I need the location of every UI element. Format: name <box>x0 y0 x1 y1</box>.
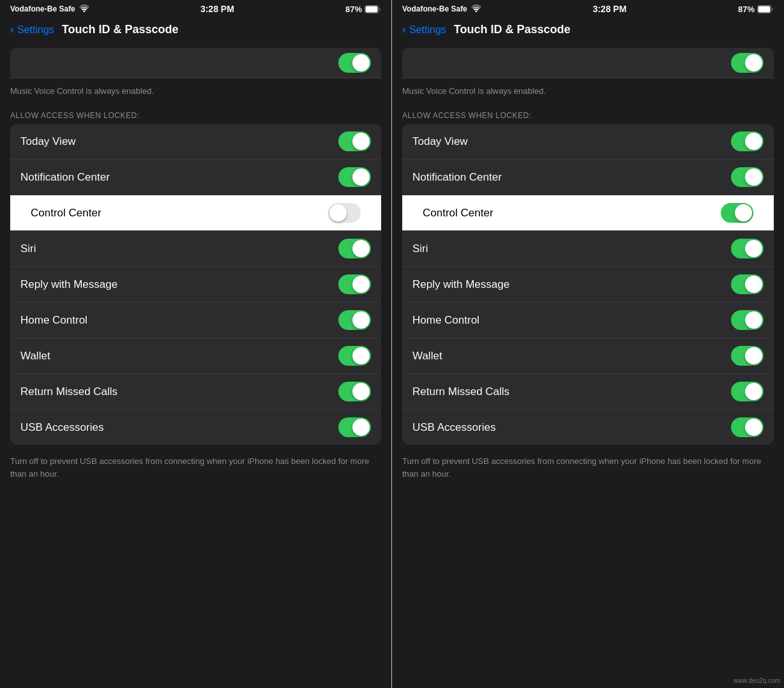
row-label: USB Accessories <box>412 421 495 434</box>
settings-row-home-control[interactable]: Home Control <box>10 303 381 338</box>
battery-text: 87% <box>345 4 362 14</box>
settings-row-usb-accessories[interactable]: USB Accessories <box>402 410 774 445</box>
settings-row-notification-center[interactable]: Notification Center <box>10 160 381 195</box>
section-header: ALLOW ACCESS WHEN LOCKED: <box>0 100 391 124</box>
chevron-left-icon: ‹ <box>402 23 406 36</box>
settings-row-return-missed-calls[interactable]: Return Missed Calls <box>10 374 381 410</box>
toggle-notification-center[interactable] <box>338 167 371 187</box>
toggle-return-missed-calls[interactable] <box>731 382 764 401</box>
row-label: Today View <box>20 135 76 148</box>
toggle-reply-with-message[interactable] <box>731 274 764 294</box>
footer-note: Turn off to prevent USB accessories from… <box>0 455 391 490</box>
section-header: ALLOW ACCESS WHEN LOCKED: <box>392 100 784 124</box>
settings-row-reply-with-message[interactable]: Reply with Message <box>402 267 774 303</box>
settings-content: Music Voice Control is always enabled.AL… <box>392 43 784 688</box>
status-right: 87% <box>738 4 774 14</box>
row-label: Notification Center <box>20 171 110 184</box>
toggle-reply-with-message[interactable] <box>338 274 371 294</box>
battery-text: 87% <box>738 4 755 14</box>
music-note: Music Voice Control is always enabled. <box>392 79 784 100</box>
control-center-row[interactable]: Control Center <box>10 195 381 231</box>
back-button[interactable]: ‹ Settings <box>402 23 446 36</box>
control-center-label: Control Center <box>423 207 494 220</box>
settings-row-reply-with-message[interactable]: Reply with Message <box>10 267 381 303</box>
chevron-left-icon: ‹ <box>10 23 14 36</box>
row-label: Wallet <box>20 350 50 363</box>
row-label: Today View <box>412 135 468 148</box>
settings-row-siri[interactable]: Siri <box>402 231 774 267</box>
back-label[interactable]: Settings <box>17 24 54 36</box>
svg-point-3 <box>475 10 477 12</box>
row-label: Reply with Message <box>412 278 509 291</box>
toggle-home-control[interactable] <box>731 310 764 330</box>
row-label: Wallet <box>412 350 442 363</box>
row-label: Home Control <box>20 314 87 327</box>
partial-top-row <box>402 48 774 79</box>
partial-toggle[interactable] <box>338 53 371 73</box>
settings-row-home-control[interactable]: Home Control <box>402 303 774 338</box>
carrier-text: Vodafone-Be Safe <box>402 4 467 13</box>
settings-row-usb-accessories[interactable]: USB Accessories <box>10 410 381 445</box>
status-left: Vodafone-Be Safe <box>10 4 89 14</box>
status-bar: Vodafone-Be Safe 3:28 PM 87% <box>392 0 784 18</box>
partial-top-row <box>10 48 381 79</box>
toggle-siri[interactable] <box>731 239 764 258</box>
row-label: Notification Center <box>412 171 502 184</box>
settings-group-1: Today ViewNotification Center <box>402 124 774 195</box>
settings-group-2: SiriReply with MessageHome ControlWallet… <box>402 231 774 445</box>
back-button[interactable]: ‹ Settings <box>10 23 54 36</box>
nav-bar: ‹ Settings Touch ID & Passcode <box>0 18 391 43</box>
control-center-toggle[interactable] <box>328 203 361 223</box>
battery-icon <box>365 5 381 13</box>
back-label[interactable]: Settings <box>409 24 446 36</box>
page-title: Touch ID & Passcode <box>454 23 571 36</box>
control-center-label: Control Center <box>31 207 102 220</box>
control-center-toggle[interactable] <box>721 203 753 223</box>
settings-row-today-view[interactable]: Today View <box>402 124 774 160</box>
toggle-home-control[interactable] <box>338 310 371 330</box>
toggle-notification-center[interactable] <box>731 167 764 187</box>
settings-row-wallet[interactable]: Wallet <box>402 338 774 374</box>
settings-group-2: SiriReply with MessageHome ControlWallet… <box>10 231 381 445</box>
svg-point-0 <box>83 10 85 12</box>
toggle-wallet[interactable] <box>338 346 371 366</box>
row-label: Home Control <box>412 314 479 327</box>
status-right: 87% <box>345 4 381 14</box>
page-title: Touch ID & Passcode <box>62 23 179 36</box>
toggle-usb-accessories[interactable] <box>731 417 764 437</box>
settings-row-wallet[interactable]: Wallet <box>10 338 381 374</box>
toggle-usb-accessories[interactable] <box>338 417 371 437</box>
toggle-today-view[interactable] <box>731 131 764 151</box>
row-label: Siri <box>412 243 428 255</box>
row-label: Return Missed Calls <box>412 385 509 398</box>
partial-toggle[interactable] <box>731 53 764 73</box>
settings-row-siri[interactable]: Siri <box>10 231 381 267</box>
settings-group-1: Today ViewNotification Center <box>10 124 381 195</box>
settings-row-today-view[interactable]: Today View <box>10 124 381 160</box>
toggle-wallet[interactable] <box>731 346 764 366</box>
settings-content: Music Voice Control is always enabled.AL… <box>0 43 391 688</box>
nav-bar: ‹ Settings Touch ID & Passcode <box>392 18 784 43</box>
status-time: 3:28 PM <box>200 4 234 14</box>
status-bar: Vodafone-Be Safe 3:28 PM 87% <box>0 0 391 18</box>
status-time: 3:28 PM <box>592 4 626 14</box>
status-left: Vodafone-Be Safe <box>402 4 481 14</box>
toggle-return-missed-calls[interactable] <box>338 382 371 401</box>
carrier-text: Vodafone-Be Safe <box>10 4 75 13</box>
wifi-icon <box>79 4 89 14</box>
wifi-icon <box>471 4 481 14</box>
settings-row-return-missed-calls[interactable]: Return Missed Calls <box>402 374 774 410</box>
toggle-today-view[interactable] <box>338 131 371 151</box>
svg-rect-5 <box>758 6 771 12</box>
watermark: www.deu2q.com <box>734 677 780 684</box>
row-label: USB Accessories <box>20 421 103 434</box>
settings-row-notification-center[interactable]: Notification Center <box>402 160 774 195</box>
phone-panel-right: Vodafone-Be Safe 3:28 PM 87% <box>392 0 784 688</box>
battery-icon <box>757 5 774 13</box>
row-label: Siri <box>20 243 36 255</box>
control-center-row[interactable]: Control Center <box>402 195 774 231</box>
music-note: Music Voice Control is always enabled. <box>0 79 391 100</box>
row-label: Return Missed Calls <box>20 385 117 398</box>
svg-rect-2 <box>366 6 378 12</box>
toggle-siri[interactable] <box>338 239 371 258</box>
